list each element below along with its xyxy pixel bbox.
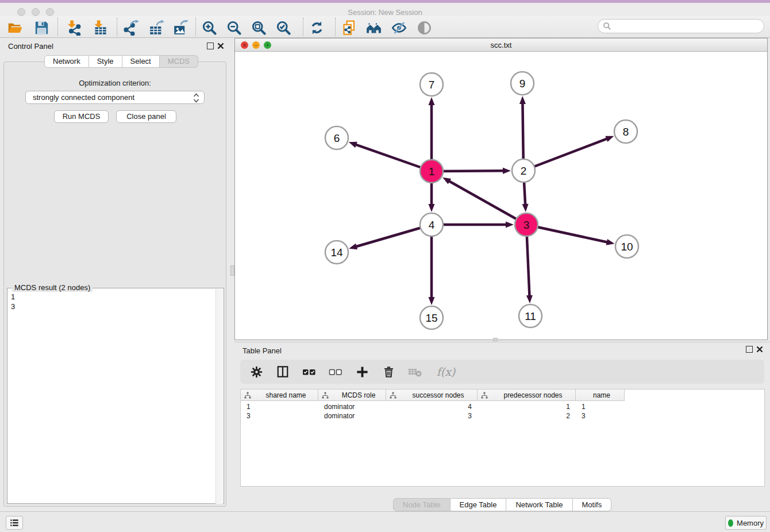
search-input[interactable]	[598, 19, 764, 33]
add-column-icon[interactable]	[355, 365, 369, 379]
table-cell[interactable]: 2	[478, 411, 576, 421]
save-session-icon[interactable]	[32, 18, 51, 37]
panel-resize-handle[interactable]	[493, 338, 498, 341]
column-header-successor-nodes[interactable]: successor nodes	[386, 390, 478, 401]
graph-edge-4-3[interactable]	[432, 222, 514, 228]
graph-node-10[interactable]: 10	[615, 235, 638, 258]
control-panel-title: Control Panel	[8, 42, 53, 51]
optimization-criterion-dropdown[interactable]: strongly connected component	[25, 91, 205, 104]
show-columns-icon[interactable]	[276, 365, 290, 379]
tab-mcds[interactable]: MCDS	[160, 55, 198, 68]
graph-node-8[interactable]: 8	[614, 120, 637, 143]
mcds-result-text[interactable]: 1 3	[11, 292, 15, 311]
node-table: shared nameMCDS rolesuccessor nodesprede…	[240, 389, 765, 487]
toolbar-separator	[57, 18, 58, 36]
table-cell[interactable]: 4	[386, 402, 478, 411]
table-cell[interactable]: 1	[478, 402, 576, 411]
tab-style[interactable]: Style	[89, 55, 122, 68]
svg-text:9: 9	[519, 78, 526, 90]
float-panel-icon[interactable]	[207, 43, 214, 49]
table-cell[interactable]: 3	[386, 411, 478, 421]
table-cell[interactable]: 3	[241, 411, 318, 421]
graph-edge-3-1[interactable]	[442, 178, 526, 225]
run-mcds-button[interactable]: Run MCDS	[54, 110, 109, 123]
import-network-icon[interactable]	[64, 18, 83, 37]
zoom-in-icon[interactable]	[200, 18, 218, 37]
export-network-icon[interactable]	[122, 18, 140, 37]
svg-text:10: 10	[621, 241, 633, 253]
column-tree-icon	[244, 392, 251, 399]
delete-table-icon[interactable]	[408, 365, 422, 379]
column-header-shared-name[interactable]: shared name	[241, 390, 318, 401]
svg-text:4: 4	[429, 219, 435, 231]
refresh-layout-icon[interactable]	[307, 18, 326, 37]
column-header-predecessor-nodes[interactable]: predecessor nodes	[478, 390, 576, 401]
deselect-all-checkboxes-icon[interactable]	[329, 365, 342, 379]
close-table-panel-icon[interactable]	[756, 346, 763, 353]
table-cell[interactable]: dominator	[318, 402, 386, 411]
table-cell[interactable]: 3	[576, 411, 625, 421]
tab-network-table[interactable]: Network Table	[506, 498, 572, 511]
graph-node-1[interactable]: 1	[420, 160, 443, 183]
tab-motifs[interactable]: Motifs	[573, 498, 612, 511]
graph-edge-3-10[interactable]	[526, 225, 615, 245]
graph-edge-4-14[interactable]	[349, 225, 432, 249]
tab-edge-table[interactable]: Edge Table	[451, 498, 507, 511]
select-all-checkboxes-icon[interactable]	[302, 365, 316, 379]
table-options-gear-icon[interactable]	[249, 365, 263, 379]
zoom-out-icon[interactable]	[225, 18, 243, 37]
graph-node-6[interactable]: 6	[325, 126, 348, 149]
float-table-panel-icon[interactable]	[746, 346, 753, 353]
memory-button[interactable]: Memory	[725, 516, 767, 530]
tab-select[interactable]: Select	[122, 55, 160, 68]
graph-node-7[interactable]: 7	[420, 73, 443, 96]
graph-edge-1-6[interactable]	[349, 142, 432, 171]
application-window: Session: New Session	[0, 0, 770, 532]
graph-node-9[interactable]: 9	[511, 72, 534, 95]
delete-column-trash-icon[interactable]	[382, 365, 395, 379]
toolbar-separator	[117, 18, 117, 36]
svg-text:8: 8	[623, 126, 629, 138]
table-cell[interactable]: dominator	[318, 411, 386, 421]
svg-text:7: 7	[429, 79, 435, 91]
graph-node-4[interactable]: 4	[420, 213, 443, 236]
graph-edge-2-8[interactable]	[523, 136, 614, 171]
network-window-titlebar[interactable]: ✕ − ＋ scc.txt	[235, 38, 767, 52]
table-toolbar: f(x)	[240, 360, 764, 384]
result-scrollbar[interactable]	[215, 289, 223, 504]
zoom-selected-icon[interactable]	[274, 18, 292, 37]
tab-network[interactable]: Network	[44, 55, 89, 68]
export-image-icon[interactable]	[171, 18, 190, 37]
close-panel-icon[interactable]	[217, 43, 224, 49]
column-header-name[interactable]: name	[576, 390, 625, 401]
network-canvas[interactable]: 7968124314101511	[235, 52, 767, 340]
zoom-fit-icon[interactable]	[249, 18, 268, 37]
first-neighbors-icon[interactable]	[364, 18, 383, 37]
task-history-button[interactable]	[6, 516, 23, 530]
function-builder-icon[interactable]: f(x)	[434, 365, 457, 379]
panel-divider-handle[interactable]	[230, 265, 234, 276]
open-folder-icon[interactable]	[6, 18, 24, 37]
clone-network-icon[interactable]	[340, 18, 358, 37]
graph-node-2[interactable]: 2	[512, 159, 535, 182]
tab-node-table[interactable]: Node Table	[393, 498, 451, 511]
export-table-icon[interactable]	[147, 18, 165, 37]
table-row[interactable]: 1dominator411	[241, 402, 625, 411]
hide-selected-eye-icon[interactable]	[390, 18, 408, 37]
memory-status-dot-icon	[728, 519, 733, 527]
import-table-icon[interactable]	[91, 18, 109, 37]
graph-node-3[interactable]: 3	[515, 213, 538, 236]
column-header-MCDS-role[interactable]: MCDS role	[318, 390, 386, 401]
table-row[interactable]: 3dominator323	[241, 411, 625, 421]
table-cell[interactable]: 1	[241, 402, 318, 411]
show-all-eye-icon[interactable]	[415, 18, 433, 37]
column-tree-icon	[390, 392, 396, 399]
close-panel-button[interactable]: Close panel	[116, 110, 176, 123]
svg-text:11: 11	[525, 310, 536, 322]
svg-text:14: 14	[330, 246, 343, 259]
graph-node-11[interactable]: 11	[519, 304, 542, 327]
graph-node-14[interactable]: 14	[325, 241, 348, 264]
table-cell[interactable]: 1	[576, 402, 625, 411]
network-graph[interactable]: 7968124314101511	[235, 52, 767, 340]
graph-node-15[interactable]: 15	[420, 306, 443, 329]
